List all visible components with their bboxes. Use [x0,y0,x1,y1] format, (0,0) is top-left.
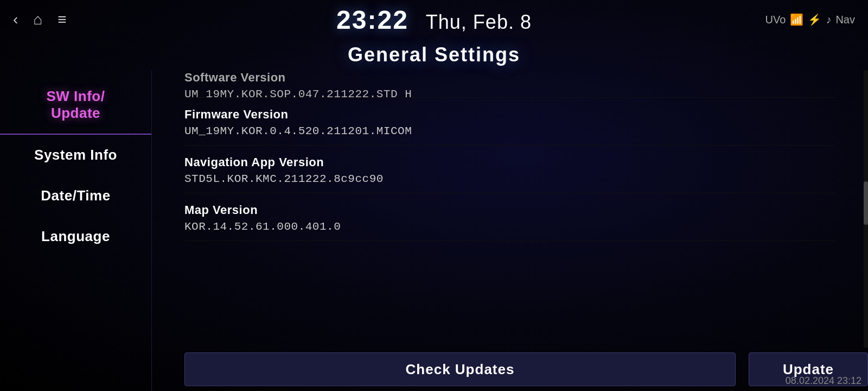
check-updates-button[interactable]: Check Updates [184,352,736,386]
nav-app-version-label: Navigation App Version [184,155,835,169]
page-title: General Settings [0,43,868,66]
software-version-partial: Software Version UM_19MY.KOR.SOP.047.211… [184,71,835,98]
map-version-value: KOR.14.52.61.000.401.0 [184,220,835,233]
home-icon[interactable]: ⌂ [33,11,42,28]
charging-icon: ⚡ [808,13,821,26]
map-version-item: Map Version KOR.14.52.61.000.401.0 [184,193,835,241]
sidebar-item-sw-info[interactable]: SW Info/Update [0,76,151,135]
software-version-label: Software Version [184,71,835,85]
firmware-version-item: Firmware Version UM_19MY.KOR.0.4.520.211… [184,98,835,146]
firmware-version-value: UM_19MY.KOR.0.4.520.211201.MICOM [184,125,835,137]
sidebar-item-system-info[interactable]: System Info [0,135,151,175]
firmware-version-label: Firmware Version [184,108,835,122]
main-layout: SW Info/Update System Info Date/Time Lan… [0,71,868,391]
software-version-value: UM_19MY.KOR.SOP.047.211222.STD_H [184,88,835,98]
menu-icon[interactable]: ≡ [58,11,66,28]
buttons-area: Check Updates Update [184,348,868,391]
sidebar-item-language[interactable]: Language [0,216,151,257]
scrollbar-track [864,71,868,348]
date-display: Thu, Feb. 8 [426,11,532,34]
clock-area: 23:22 Thu, Feb. 8 [336,5,532,35]
time-display: 23:22 [336,5,409,35]
status-icons: UVo 📶 ⚡ ♪ Nav [765,13,855,26]
nav-app-version-value: STD5L.KOR.KMC.211222.8c9cc90 [184,173,835,185]
nav-controls: ‹ ⌂ ≡ [13,11,67,28]
audio-icon: ♪ [826,14,831,26]
uvo-icon: UVo [765,14,786,26]
nav-icon-status: Nav [835,14,855,26]
map-version-label: Map Version [184,203,835,217]
timestamp-overlay: 08.02.2024 23:12 [786,375,861,387]
back-icon[interactable]: ‹ [13,11,18,28]
sidebar: SW Info/Update System Info Date/Time Lan… [0,71,152,391]
nav-app-version-item: Navigation App Version STD5L.KOR.KMC.211… [184,146,835,193]
sidebar-item-date-time[interactable]: Date/Time [0,175,151,216]
signal-icon: 📶 [790,13,803,26]
top-bar: ‹ ⌂ ≡ 23:22 Thu, Feb. 8 UVo 📶 ⚡ ♪ Nav [0,0,868,39]
scrollbar-thumb[interactable] [864,181,868,225]
content-area: Software Version UM_19MY.KOR.SOP.047.211… [152,71,868,391]
